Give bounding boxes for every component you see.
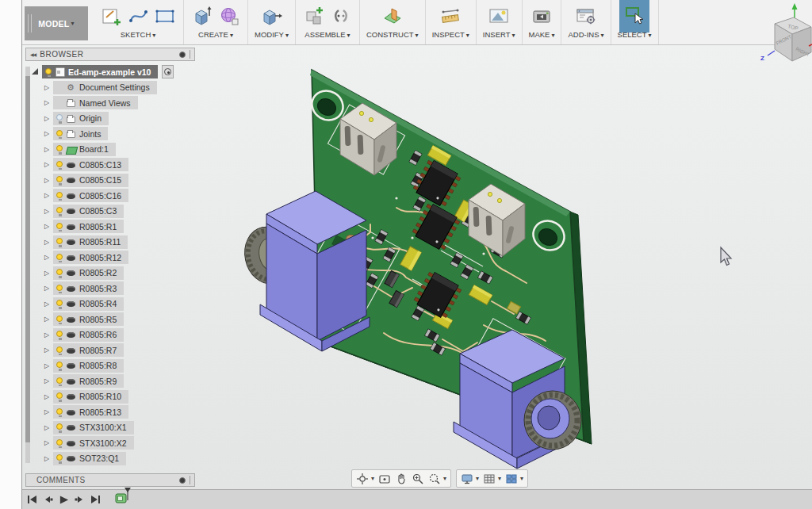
chevron-down-icon[interactable]: ▾ — [520, 475, 523, 482]
spline-icon[interactable] — [126, 4, 150, 28]
expand-arrow-icon[interactable]: ▷ — [43, 316, 51, 323]
measure-icon[interactable] — [439, 4, 462, 28]
comments-bar[interactable]: COMMENTS — [25, 473, 195, 487]
zoom-button[interactable] — [412, 473, 424, 485]
group-label-modify[interactable]: MODIFY▾ — [255, 30, 289, 39]
visibility-bulb-icon[interactable] — [56, 408, 63, 415]
browser-item[interactable]: ▷ C0805:C15 — [43, 173, 195, 188]
group-label-inspect[interactable]: INSPECT▾ — [432, 30, 469, 39]
go-to-start-button[interactable] — [27, 493, 37, 506]
visibility-bulb-icon[interactable] — [56, 161, 63, 167]
browser-item[interactable]: ▷ Joints — [43, 126, 195, 141]
expand-arrow-icon[interactable]: ▷ — [43, 377, 51, 385]
visibility-bulb-icon[interactable] — [45, 68, 52, 75]
audio-jack-1[interactable] — [239, 191, 370, 351]
workspace-switcher-button[interactable]: MODEL ▾ — [25, 6, 88, 40]
jack2-knurl-nut[interactable] — [524, 391, 581, 450]
browser-item[interactable]: ▷ Document Settings — [43, 80, 195, 95]
panel-options-icon[interactable] — [179, 52, 186, 58]
browser-item[interactable]: ▷ R0805:R11 — [43, 235, 195, 250]
expand-arrow-icon[interactable]: ▷ — [43, 408, 51, 415]
expand-arrow-icon[interactable]: ▷ — [43, 130, 51, 137]
orbit-button[interactable]: ▾ — [356, 473, 374, 485]
expand-arrow-icon[interactable]: ▷ — [43, 346, 51, 354]
browser-item[interactable]: ▷ C0805:C16 — [43, 188, 195, 203]
visibility-bulb-icon[interactable] — [56, 207, 63, 213]
chevron-down-icon[interactable]: ▾ — [476, 475, 479, 482]
activate-component-radio[interactable] — [162, 65, 174, 78]
visibility-bulb-icon[interactable] — [56, 331, 63, 337]
step-forward-button[interactable] — [75, 493, 85, 506]
image-icon[interactable] — [487, 4, 511, 28]
browser-root-item[interactable]: Ed-amp-example v10 — [32, 64, 195, 79]
browser-item[interactable]: ▷ R0805:R6 — [43, 327, 195, 343]
browser-item[interactable]: ▷ R0805:R2 — [43, 266, 195, 281]
expand-arrow-icon[interactable]: ▷ — [43, 146, 51, 153]
form-icon[interactable] — [217, 4, 241, 28]
group-label-insert[interactable]: INSERT▾ — [483, 30, 515, 39]
browser-item[interactable]: ▷ Origin — [43, 111, 195, 126]
visibility-bulb-icon[interactable] — [56, 439, 63, 446]
visibility-bulb-icon[interactable] — [56, 423, 63, 430]
chevron-down-icon[interactable]: ▾ — [371, 475, 374, 482]
group-label-select[interactable]: SELECT▾ — [618, 30, 652, 39]
expand-arrow-icon[interactable]: ▷ — [43, 331, 51, 339]
grid-settings-button[interactable]: ▾ — [483, 473, 501, 485]
browser-item[interactable]: ▷ STX3100:X2 — [43, 435, 195, 450]
expand-open-icon[interactable] — [32, 68, 38, 75]
press-pull-icon[interactable] — [259, 4, 283, 28]
browser-item[interactable]: ▷ SOT23:Q1 — [43, 451, 195, 466]
visibility-bulb-icon[interactable] — [56, 454, 63, 461]
visibility-bulb-icon[interactable] — [56, 269, 63, 275]
expand-arrow-icon[interactable]: ▷ — [43, 208, 51, 215]
select-cursor-icon[interactable] — [619, 0, 649, 33]
expand-arrow-icon[interactable]: ▷ — [43, 362, 51, 369]
scripts-icon[interactable] — [574, 4, 598, 28]
new-component-icon[interactable] — [302, 4, 326, 28]
visibility-bulb-icon[interactable] — [56, 285, 63, 291]
model-viewport[interactable]: ◀◀ BROWSER Ed-amp-example v10 ▷ — [22, 45, 812, 489]
browser-header[interactable]: ◀◀ BROWSER — [25, 48, 195, 61]
visibility-bulb-icon[interactable] — [56, 300, 63, 306]
collapse-panel-icon[interactable]: ◀◀ — [30, 52, 36, 57]
timeline-component-feature[interactable] — [114, 487, 133, 509]
expand-arrow-icon[interactable]: ▷ — [43, 393, 51, 400]
go-to-end-button[interactable] — [90, 493, 101, 506]
print-icon[interactable] — [530, 4, 553, 28]
step-back-button[interactable] — [43, 493, 53, 506]
display-settings-button[interactable]: ▾ — [461, 473, 479, 485]
expand-arrow-icon[interactable]: ▷ — [43, 192, 51, 199]
pan-button[interactable] — [395, 473, 408, 485]
browser-item[interactable]: ▷ STX3100:X1 — [43, 420, 195, 435]
visibility-bulb-icon[interactable] — [56, 238, 63, 244]
expand-arrow-icon[interactable]: ▷ — [43, 300, 51, 308]
look-at-button[interactable] — [378, 473, 391, 485]
expand-arrow-icon[interactable]: ▷ — [43, 285, 51, 292]
browser-item[interactable]: ▷ C0805:C13 — [43, 157, 195, 172]
panel-options-icon[interactable] — [179, 477, 186, 484]
expand-arrow-icon[interactable]: ▷ — [43, 424, 51, 431]
browser-item[interactable]: ▷ Named Views — [43, 95, 195, 110]
visibility-bulb-icon[interactable] — [56, 192, 63, 198]
visibility-bulb-icon[interactable] — [56, 316, 63, 322]
browser-item[interactable]: ▷ R0805:R3 — [43, 281, 195, 296]
visibility-bulb-icon[interactable] — [56, 346, 63, 353]
browser-item[interactable]: ▷ R0805:R4 — [43, 297, 195, 312]
browser-scrollbar[interactable] — [25, 67, 30, 463]
expand-arrow-icon[interactable]: ▷ — [43, 223, 51, 230]
expand-arrow-icon[interactable]: ▷ — [43, 455, 51, 462]
visibility-bulb-icon[interactable] — [56, 114, 63, 121]
group-label-assemble[interactable]: ASSEMBLE▾ — [304, 30, 350, 39]
visibility-bulb-icon[interactable] — [56, 377, 63, 384]
expand-arrow-icon[interactable]: ▷ — [43, 99, 51, 106]
browser-item[interactable]: ▷ C0805:C3 — [43, 204, 195, 219]
joint-icon[interactable] — [329, 4, 353, 28]
scrollbar-thumb[interactable] — [25, 76, 30, 442]
expand-arrow-icon[interactable]: ▷ — [43, 161, 51, 168]
chevron-down-icon[interactable]: ▾ — [498, 475, 501, 482]
create-sketch-icon[interactable] — [99, 4, 123, 28]
browser-item[interactable]: ▷ R0805:R9 — [43, 373, 195, 388]
group-label-addins[interactable]: ADD-INS▾ — [568, 30, 603, 39]
visibility-bulb-icon[interactable] — [56, 176, 63, 182]
fit-button[interactable]: ▾ — [428, 473, 446, 485]
